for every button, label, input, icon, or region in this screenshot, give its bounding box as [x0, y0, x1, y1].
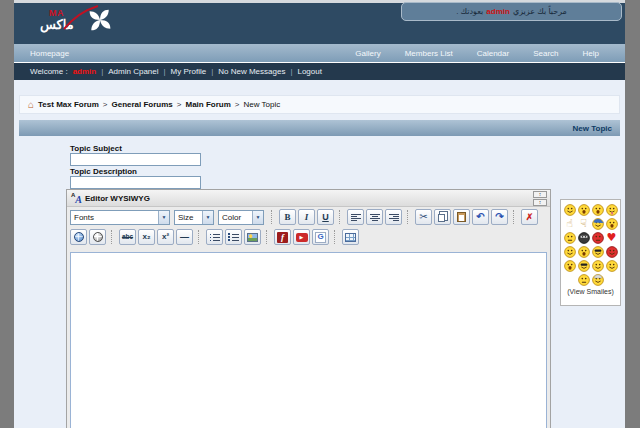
separator: |	[211, 67, 213, 76]
smiley-angry-icon[interactable]	[591, 231, 604, 244]
toolbar-separator	[111, 230, 113, 244]
smiley-cool-icon[interactable]	[591, 245, 604, 258]
forum-logo[interactable]: MA ماكس	[40, 8, 112, 32]
smiley-thumbs-down-icon[interactable]: ☟	[577, 217, 590, 230]
welcome-label: Welcome :	[30, 67, 68, 76]
google-video-button[interactable]: G	[312, 229, 329, 245]
insert-link-button[interactable]	[70, 229, 87, 245]
copy-button[interactable]	[434, 209, 451, 225]
smiley-smiley-icon[interactable]	[591, 259, 604, 272]
paste-button[interactable]	[453, 209, 470, 225]
insert-table-icon	[345, 233, 356, 242]
nav-item-calendar[interactable]: Calendar	[477, 49, 509, 58]
undo-button[interactable]: ↶	[472, 209, 489, 225]
userbar-link-logout[interactable]: Logout	[297, 67, 321, 76]
smiley-singing-icon[interactable]	[591, 203, 604, 216]
cut-icon: ✂	[419, 212, 427, 222]
smiley-grin-icon[interactable]	[577, 203, 590, 216]
editor-collapse-up-button[interactable]: ↕	[533, 191, 547, 198]
undo-icon: ↶	[476, 212, 484, 222]
smiley-shades-icon[interactable]	[577, 259, 590, 272]
toolbar-separator	[513, 210, 515, 224]
underline-icon: U	[322, 213, 329, 222]
underline-button[interactable]: U	[317, 209, 334, 225]
toolbar-separator	[339, 210, 341, 224]
italic-icon: I	[305, 213, 309, 222]
smiley-cap-icon[interactable]	[591, 217, 604, 230]
toolbar-separator	[198, 230, 200, 244]
color-select-value: Color	[219, 213, 252, 222]
userbar-link-admin-cpanel[interactable]: Admin Cpanel	[108, 67, 158, 76]
editor-font-icon: AA	[71, 190, 82, 206]
smiley-laugh-icon[interactable]	[577, 245, 590, 258]
breadcrumb-test-max-forum[interactable]: Test Max Forum	[38, 100, 99, 109]
topic-subject-label: Topic Subject	[70, 144, 122, 153]
insert-table-button[interactable]	[342, 229, 359, 245]
smiley-happy-icon[interactable]	[563, 245, 576, 258]
home-icon[interactable]: ⌂	[28, 100, 34, 110]
breadcrumb-trail: Test Max Forum>General Forums>Main Forum…	[38, 100, 280, 109]
smiley-ninja-icon[interactable]	[577, 231, 590, 244]
smiley-turban-icon[interactable]	[591, 273, 604, 286]
strikethrough-button[interactable]: abc	[119, 229, 136, 245]
userbar-link-my-profile[interactable]: My Profile	[171, 67, 207, 76]
arrow-up-down-icon: ↕	[539, 192, 542, 197]
remove-format-button[interactable]: ✗	[521, 209, 538, 225]
align-left-button[interactable]	[347, 209, 364, 225]
welcome-message-box: مرحباً بك عزيزي admin بعودتك .	[401, 2, 622, 21]
redo-button[interactable]: ↷	[491, 209, 508, 225]
unordered-list-button[interactable]	[206, 229, 223, 245]
align-left-icon	[351, 213, 361, 222]
youtube-button[interactable]: ▶	[293, 229, 310, 245]
breadcrumb-general-forums[interactable]: General Forums	[111, 100, 172, 109]
smiley-tongue-icon[interactable]	[605, 203, 618, 216]
smiley-heart-icon[interactable]: ♥	[605, 231, 618, 244]
smiley-rolleyes-icon[interactable]	[577, 273, 590, 286]
breadcrumb-main-forum[interactable]: Main Forum	[186, 100, 231, 109]
superscript-button[interactable]: x²	[157, 229, 174, 245]
nav-item-members-list[interactable]: Members List	[405, 49, 453, 58]
logo-arabic-text: MA ماكس	[40, 8, 74, 32]
topic-subject-input[interactable]	[70, 153, 201, 166]
smiley-grin2-icon[interactable]	[563, 259, 576, 272]
bold-button[interactable]: B	[279, 209, 296, 225]
smiley-devil-icon[interactable]	[605, 245, 618, 258]
flash-button[interactable]: f	[274, 229, 291, 245]
horizontal-rule-icon: —	[180, 233, 189, 242]
topic-description-input[interactable]	[70, 176, 201, 189]
editor-collapse-down-button[interactable]: ↕	[533, 199, 547, 206]
italic-button[interactable]: I	[298, 209, 315, 225]
view-smilies-link[interactable]: (View Smailes)	[567, 288, 614, 295]
nav-item-help[interactable]: Help	[583, 49, 599, 58]
cut-button[interactable]: ✂	[415, 209, 432, 225]
arrow-up-down-icon: ↕	[539, 200, 542, 205]
smiley-thumbs-up-icon[interactable]: ☝	[563, 217, 576, 230]
smiley-smile-icon[interactable]	[563, 203, 576, 216]
align-center-button[interactable]	[366, 209, 383, 225]
color-select[interactable]: Color▼	[218, 210, 264, 225]
section-bar: New Topic	[19, 120, 620, 136]
fonts-select-value: Fonts	[71, 213, 158, 222]
smiley-neutral-icon[interactable]	[563, 231, 576, 244]
nav-item-homepage[interactable]: Homepage	[14, 49, 69, 58]
ordered-list-button[interactable]	[225, 229, 242, 245]
size-select[interactable]: Size▼	[174, 210, 214, 225]
smiley-wink-icon[interactable]	[605, 259, 618, 272]
userbar-username[interactable]: admin	[73, 67, 97, 76]
insert-image-button[interactable]	[244, 229, 261, 245]
page-title: New Topic	[573, 124, 612, 133]
smiley-shocked-icon[interactable]	[605, 217, 618, 230]
fonts-select[interactable]: Fonts▼	[70, 210, 170, 225]
editor-body-textarea[interactable]	[70, 252, 547, 428]
welcome-username[interactable]: admin	[486, 7, 510, 16]
subscript-button[interactable]: x₂	[138, 229, 155, 245]
userbar-link-no-new-messages[interactable]: No New Messages	[218, 67, 285, 76]
horizontal-rule-button[interactable]: —	[176, 229, 193, 245]
nav-item-search[interactable]: Search	[533, 49, 558, 58]
breadcrumb-new-topic: New Topic	[244, 100, 281, 109]
align-right-button[interactable]	[385, 209, 402, 225]
remove-link-button[interactable]	[89, 229, 106, 245]
paste-icon	[457, 212, 466, 222]
nav-item-gallery[interactable]: Gallery	[355, 49, 380, 58]
forum-page: MA ماكس مرحباً بك عزيزي admin بعودتك . H…	[14, 0, 625, 428]
